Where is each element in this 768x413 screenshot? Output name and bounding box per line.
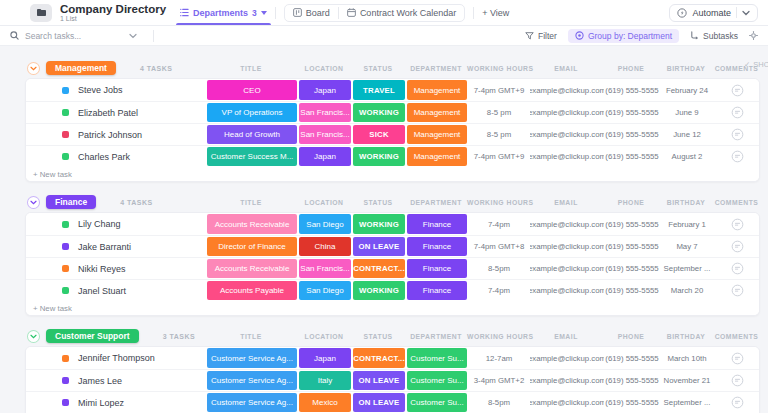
group-name-badge[interactable]: Finance [46, 195, 96, 209]
location-chip[interactable]: San Francis... [299, 103, 351, 122]
task-name-cell[interactable]: Elizabeth Patel [26, 102, 206, 123]
chevron-down-icon[interactable] [129, 33, 137, 39]
tab-board[interactable]: Board [293, 8, 330, 18]
task-name-cell[interactable]: Lily Chang [26, 213, 206, 235]
location-chip[interactable]: Japan [299, 147, 351, 166]
title-chip[interactable]: Head of Growth [207, 125, 297, 144]
status-chip[interactable]: WORKING [353, 147, 405, 166]
subtasks-button[interactable]: Subtasks [690, 31, 738, 41]
collapse-group-button[interactable] [27, 196, 40, 209]
status-chip[interactable]: ON LEAVE [353, 393, 405, 412]
new-task-button[interactable]: + New task [26, 301, 759, 315]
chevron-down-icon[interactable] [742, 10, 750, 16]
comment-icon[interactable] [731, 240, 744, 253]
table-row[interactable]: Lily ChangAccounts ReceivableSan DiegoWO… [26, 213, 759, 235]
tab-contract-work-calendar[interactable]: Contract Work Calendar [347, 8, 456, 18]
collapse-group-button[interactable] [27, 330, 40, 343]
task-status-square[interactable] [62, 287, 69, 294]
add-view-button[interactable]: + View [482, 0, 509, 25]
task-name-cell[interactable]: Steve Jobs [26, 79, 206, 101]
comment-icon[interactable] [731, 352, 744, 365]
title-chip[interactable]: Accounts Receivable [207, 259, 297, 278]
filter-button[interactable]: Filter [525, 31, 557, 41]
group-name-badge[interactable]: Customer Support [46, 329, 139, 343]
collapse-group-button[interactable] [27, 62, 40, 75]
automate-button[interactable]: Automate [669, 4, 758, 22]
task-status-square[interactable] [62, 131, 69, 138]
status-chip[interactable]: ON LEAVE [353, 371, 405, 390]
task-name-cell[interactable]: Jennifer Thompson [26, 347, 206, 369]
location-chip[interactable]: Japan [299, 80, 351, 100]
location-chip[interactable]: Italy [299, 371, 351, 390]
task-status-square[interactable] [62, 153, 69, 160]
location-chip[interactable]: Mexico [299, 393, 351, 412]
task-status-square[interactable] [62, 109, 69, 116]
search-input[interactable]: Search tasks... [10, 30, 154, 42]
department-chip[interactable]: Finance [407, 214, 467, 234]
title-chip[interactable]: CEO [207, 80, 297, 100]
task-status-square[interactable] [62, 221, 69, 228]
task-name-cell[interactable]: James Lee [26, 370, 206, 391]
task-status-square[interactable] [62, 355, 69, 362]
task-name-cell[interactable]: Janel Stuart [26, 280, 206, 301]
comment-icon[interactable] [731, 284, 744, 297]
department-chip[interactable]: Management [407, 147, 467, 166]
task-status-square[interactable] [62, 87, 69, 94]
comment-icon[interactable] [731, 396, 744, 409]
title-chip[interactable]: Accounts Payable [207, 281, 297, 300]
title-chip[interactable]: Customer Service Ag... [207, 348, 297, 368]
department-chip[interactable]: Finance [407, 259, 467, 278]
status-chip[interactable]: CONTRACT... [353, 259, 405, 278]
title-chip[interactable]: Customer Success M... [207, 147, 297, 166]
task-name-cell[interactable]: Patrick Johnson [26, 124, 206, 145]
task-name-cell[interactable]: Jake Barranti [26, 236, 206, 257]
table-row[interactable]: Janel StuartAccounts PayableSan DiegoWOR… [26, 279, 759, 301]
department-chip[interactable]: Customer Su... [407, 393, 467, 412]
location-chip[interactable]: San Francis... [299, 125, 351, 144]
comment-icon[interactable] [731, 150, 744, 163]
title-chip[interactable]: Accounts Receivable [207, 214, 297, 234]
task-name-cell[interactable]: Charles Park [26, 146, 206, 167]
location-chip[interactable]: San Francis... [299, 259, 351, 278]
table-row[interactable]: James LeeCustomer Service Ag...ItalyON L… [26, 369, 759, 391]
group-name-badge[interactable]: Management [46, 61, 116, 75]
location-chip[interactable]: San Diego [299, 281, 351, 300]
group-by-button[interactable]: Group by: Department [568, 29, 679, 43]
settings-gear-icon[interactable] [749, 31, 758, 40]
table-row[interactable]: Jennifer ThompsonCustomer Service Ag...J… [26, 347, 759, 369]
status-chip[interactable]: WORKING [353, 103, 405, 122]
status-chip[interactable]: WORKING [353, 214, 405, 234]
task-status-square[interactable] [62, 243, 69, 250]
status-chip[interactable]: TRAVEL [353, 80, 405, 100]
table-row[interactable]: Mimi LopezCustomer Service Ag...MexicoON… [26, 391, 759, 413]
tab-departments[interactable]: Departments 3 [180, 0, 267, 25]
title-chip[interactable]: Customer Service Ag... [207, 371, 297, 390]
table-row[interactable]: Patrick JohnsonHead of GrowthSan Francis… [26, 123, 759, 145]
task-name-cell[interactable]: Nikki Reyes [26, 258, 206, 279]
location-chip[interactable]: San Diego [299, 214, 351, 234]
department-chip[interactable]: Customer Su... [407, 371, 467, 390]
task-status-square[interactable] [62, 399, 69, 406]
status-chip[interactable]: CONTRACT... [353, 348, 405, 368]
title-chip[interactable]: VP of Operations [207, 103, 297, 122]
comment-icon[interactable] [731, 262, 744, 275]
status-chip[interactable]: ON LEAVE [353, 237, 405, 256]
comment-icon[interactable] [731, 106, 744, 119]
table-row[interactable]: Jake BarrantiDirector of FinanceChinaON … [26, 235, 759, 257]
status-chip[interactable]: SICK [353, 125, 405, 144]
location-chip[interactable]: Japan [299, 348, 351, 368]
comment-icon[interactable] [731, 128, 744, 141]
department-chip[interactable]: Finance [407, 281, 467, 300]
task-status-square[interactable] [62, 265, 69, 272]
show-closed-toggle[interactable]: ✓ SHOW [744, 60, 768, 69]
task-status-square[interactable] [62, 377, 69, 384]
title-chip[interactable]: Director of Finance [207, 237, 297, 256]
department-chip[interactable]: Management [407, 80, 467, 100]
table-row[interactable]: Charles ParkCustomer Success M...JapanWO… [26, 145, 759, 167]
department-chip[interactable]: Management [407, 103, 467, 122]
comment-icon[interactable] [731, 218, 744, 231]
title-chip[interactable]: Customer Service Ag... [207, 393, 297, 412]
table-row[interactable]: Steve JobsCEOJapanTRAVELManagement7-4pm … [26, 79, 759, 101]
location-chip[interactable]: China [299, 237, 351, 256]
new-task-button[interactable]: + New task [26, 167, 759, 181]
